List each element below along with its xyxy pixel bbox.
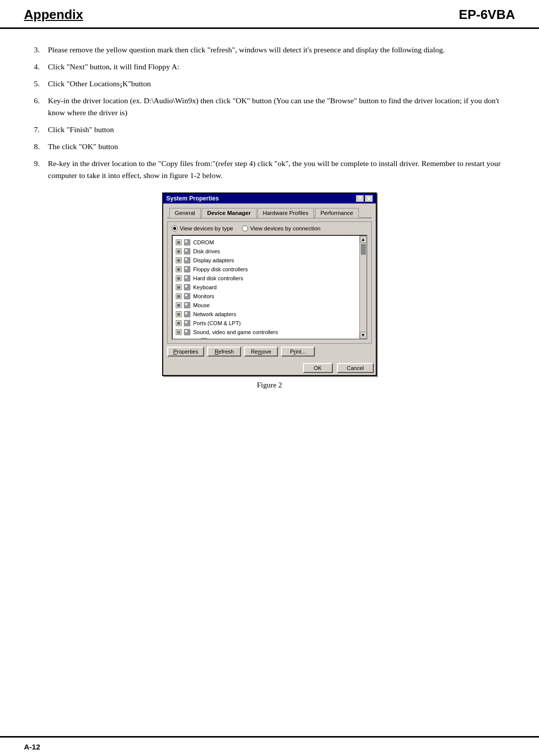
- device-item[interactable]: VIA AC97 PCI AUDIO Device (WDM Driver): [175, 337, 366, 340]
- svg-rect-5: [185, 258, 187, 260]
- radio-by-connection[interactable]: View devices by connection: [242, 225, 320, 231]
- tab-performance[interactable]: Performance: [315, 208, 359, 218]
- tab-general[interactable]: General: [169, 208, 201, 218]
- refresh-button[interactable]: Refresh: [207, 347, 241, 357]
- expand-icon[interactable]: ⊞: [176, 275, 182, 281]
- device-icon: [200, 337, 208, 340]
- device-icon: [183, 265, 191, 273]
- svg-rect-20: [184, 329, 190, 335]
- page-header: Appendix EP-6VBA: [0, 0, 539, 29]
- expand-icon[interactable]: ⊞: [176, 257, 182, 263]
- device-icon: [183, 292, 191, 300]
- device-list-container: ⊞ CDROM⊞ Disk drives⊞ Display adapters⊞ …: [172, 235, 367, 340]
- list-item: 4.Click "Next" button, it will find Flop…: [34, 61, 505, 73]
- scroll-up-arrow[interactable]: ▲: [360, 236, 367, 243]
- svg-rect-18: [184, 320, 190, 326]
- svg-rect-12: [184, 293, 190, 299]
- device-label: Keyboard: [193, 284, 217, 290]
- list-text: Click "Other Locations¡K"button: [48, 78, 505, 90]
- cancel-button[interactable]: Cancel: [337, 363, 374, 373]
- expand-icon[interactable]: ⊞: [176, 311, 182, 317]
- list-text: Click "Next" button, it will find Floppy…: [48, 61, 505, 73]
- svg-rect-21: [185, 330, 187, 332]
- list-text: Please remove the yellow question mark t…: [48, 44, 505, 56]
- svg-rect-9: [185, 276, 187, 278]
- svg-rect-14: [184, 302, 190, 308]
- device-icon: [183, 310, 191, 318]
- list-text: Click "Finish" button: [48, 124, 505, 136]
- dialog-close-button[interactable]: ✕: [365, 195, 373, 202]
- figure-container: System Properties ? ✕ General Device Man…: [34, 192, 505, 389]
- dialog-action-buttons: Properties Refresh Remove Print...: [167, 347, 372, 357]
- list-num: 9.: [34, 158, 48, 182]
- device-icon: [183, 238, 191, 246]
- dialog-titlebar: System Properties ? ✕: [163, 193, 376, 203]
- device-item[interactable]: ⊞ Monitors: [175, 292, 366, 301]
- expand-icon[interactable]: ⊞: [176, 293, 182, 299]
- list-num: 4.: [34, 61, 48, 73]
- device-item[interactable]: ⊟ Sound, video and game controllers: [175, 328, 366, 337]
- list-item: 7.Click "Finish" button: [34, 124, 505, 136]
- scroll-down-arrow[interactable]: ▼: [360, 332, 367, 339]
- svg-rect-6: [184, 266, 190, 272]
- properties-button[interactable]: Properties: [167, 347, 204, 357]
- device-label: Disk drives: [193, 248, 220, 254]
- device-list: ⊞ CDROM⊞ Disk drives⊞ Display adapters⊞ …: [173, 237, 366, 340]
- device-icon: [183, 247, 191, 255]
- svg-rect-2: [184, 248, 190, 254]
- list-num: 6.: [34, 95, 48, 119]
- expand-icon[interactable]: ⊞: [176, 248, 182, 254]
- device-item[interactable]: ⊞ Floppy disk controllers: [175, 265, 366, 274]
- tab-hardware-profiles[interactable]: Hardware Profiles: [258, 208, 314, 218]
- expand-icon[interactable]: ⊞: [176, 239, 182, 245]
- svg-rect-19: [185, 321, 187, 323]
- device-label: Floppy disk controllers: [193, 266, 248, 272]
- svg-rect-1: [185, 240, 187, 242]
- device-icon: [183, 283, 191, 291]
- figure-label: Figure 2: [257, 381, 282, 389]
- svg-rect-22: [201, 338, 207, 340]
- tab-device-manager[interactable]: Device Manager: [202, 208, 257, 218]
- expand-icon[interactable]: ⊞: [176, 320, 182, 326]
- dialog-ok-cancel-row: OK Cancel: [163, 361, 376, 375]
- vertical-scrollbar[interactable]: ▲ ▼: [359, 236, 366, 339]
- radio-by-connection-label: View devices by connection: [250, 225, 320, 231]
- list-num: 3.: [34, 44, 48, 56]
- device-label: CDROM: [193, 239, 214, 245]
- radio-by-connection-circle: [242, 225, 248, 231]
- svg-rect-23: [202, 339, 204, 340]
- device-icon: [183, 319, 191, 327]
- device-icon: [183, 274, 191, 282]
- device-item[interactable]: ⊞ Display adapters: [175, 256, 366, 265]
- print-button[interactable]: Print...: [281, 347, 315, 357]
- device-icon: [183, 256, 191, 264]
- list-item: 9.Re-key in the driver location to the "…: [34, 158, 505, 182]
- expand-icon[interactable]: ⊞: [176, 266, 182, 272]
- expand-icon[interactable]: ⊞: [176, 302, 182, 308]
- device-item[interactable]: ⊞ CDROM: [175, 238, 366, 247]
- expand-icon[interactable]: ⊟: [176, 329, 182, 335]
- radio-by-type[interactable]: View devices by type: [172, 225, 233, 231]
- device-item[interactable]: ⊞ Hard disk controllers: [175, 274, 366, 283]
- list-item: 6.Key-in the driver location (ex. D:\Aud…: [34, 95, 505, 119]
- svg-rect-8: [184, 275, 190, 281]
- remove-button[interactable]: Remove: [244, 347, 278, 357]
- expand-icon[interactable]: ⊞: [176, 284, 182, 290]
- page: Appendix EP-6VBA 3.Please remove the yel…: [0, 0, 539, 756]
- footer-page-number: A-12: [24, 743, 40, 751]
- list-text: Key-in the driver location (ex. D:\Audio…: [48, 95, 505, 119]
- list-num: 5.: [34, 78, 48, 90]
- list-num: 7.: [34, 124, 48, 136]
- device-item[interactable]: ⊞ Keyboard: [175, 283, 366, 292]
- list-text: Re-key in the driver location to the "Co…: [48, 158, 505, 182]
- dialog-help-button[interactable]: ?: [356, 195, 364, 202]
- scrollbar-thumb[interactable]: [361, 244, 366, 255]
- device-item[interactable]: ⊞ Ports (COM & LPT): [175, 319, 366, 328]
- device-item[interactable]: ⊞ Mouse: [175, 301, 366, 310]
- device-label: Display adapters: [193, 257, 234, 263]
- svg-rect-17: [185, 312, 187, 314]
- ok-button[interactable]: OK: [303, 363, 333, 373]
- device-item[interactable]: ⊞ Disk drives: [175, 247, 366, 256]
- svg-rect-4: [184, 257, 190, 263]
- device-item[interactable]: ⊞ Network adapters: [175, 310, 366, 319]
